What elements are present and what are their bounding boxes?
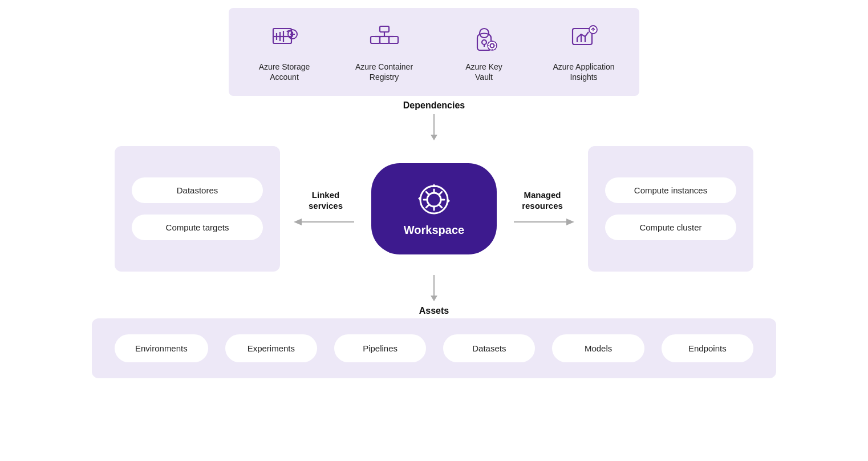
container-icon bbox=[367, 22, 401, 56]
insights-icon bbox=[567, 22, 601, 56]
svg-marker-19 bbox=[431, 135, 437, 140]
svg-rect-6 bbox=[380, 37, 389, 43]
workspace-node: Workspace bbox=[371, 163, 497, 254]
compute-cluster-pill: Compute cluster bbox=[605, 215, 736, 240]
dep-item-container: Azure ContainerRegistry bbox=[351, 22, 417, 82]
datasets-pill: Datasets bbox=[443, 334, 535, 362]
workspace-label: Workspace bbox=[404, 224, 464, 237]
svg-rect-2 bbox=[380, 26, 389, 32]
endpoints-pill: Endpoints bbox=[662, 334, 753, 362]
assets-label: Assets bbox=[419, 306, 449, 316]
svg-rect-7 bbox=[389, 37, 398, 43]
svg-marker-27 bbox=[566, 219, 574, 225]
svg-rect-5 bbox=[371, 37, 380, 43]
managed-resources-label: Managedresources bbox=[522, 189, 563, 212]
datastores-pill: Datastores bbox=[132, 177, 263, 203]
environments-pill: Environments bbox=[115, 334, 208, 362]
experiments-pill: Experiments bbox=[225, 334, 317, 362]
pipelines-pill: Pipelines bbox=[334, 334, 426, 362]
svg-marker-21 bbox=[294, 219, 302, 225]
svg-point-9 bbox=[482, 40, 486, 45]
compute-instances-pill: Compute instances bbox=[605, 177, 736, 203]
workspace-gear-icon bbox=[416, 181, 452, 218]
models-pill: Models bbox=[552, 334, 644, 362]
dep-item-insights: Azure ApplicationInsights bbox=[551, 22, 616, 82]
compute-targets-pill: Compute targets bbox=[132, 215, 263, 240]
dep-label-container: Azure ContainerRegistry bbox=[355, 62, 413, 82]
assets-box: Environments Experiments Pipelines Datas… bbox=[92, 318, 776, 378]
linked-services-label: Linkedservices bbox=[309, 189, 343, 212]
dep-item-storage: Azure StorageAccount bbox=[252, 22, 317, 82]
dep-label-insights: Azure ApplicationInsights bbox=[553, 62, 614, 82]
keyvault-icon bbox=[467, 22, 501, 56]
managed-resources-panel: Compute instances Compute cluster bbox=[588, 146, 753, 272]
storage-icon bbox=[267, 22, 302, 56]
arrow-workspace-to-assets bbox=[427, 274, 441, 302]
managed-resources-arrow: Managedresources bbox=[508, 189, 577, 229]
linked-services-arrow: Linkedservices bbox=[291, 189, 360, 229]
dependencies-label: Dependencies bbox=[403, 100, 465, 111]
dep-label-storage: Azure StorageAccount bbox=[259, 62, 310, 82]
dep-item-keyvault: Azure KeyVault bbox=[451, 22, 517, 82]
arrow-deps-to-workspace bbox=[427, 113, 441, 141]
dep-label-keyvault: Azure KeyVault bbox=[465, 62, 502, 82]
middle-row: Datastores Compute targets Linkedservice… bbox=[23, 146, 845, 272]
diagram: Azure StorageAccount Azure ContainerRegi… bbox=[23, 8, 845, 453]
dependencies-box: Azure StorageAccount Azure ContainerRegi… bbox=[229, 8, 639, 96]
linked-services-panel: Datastores Compute targets bbox=[115, 146, 280, 272]
svg-marker-29 bbox=[431, 296, 437, 301]
